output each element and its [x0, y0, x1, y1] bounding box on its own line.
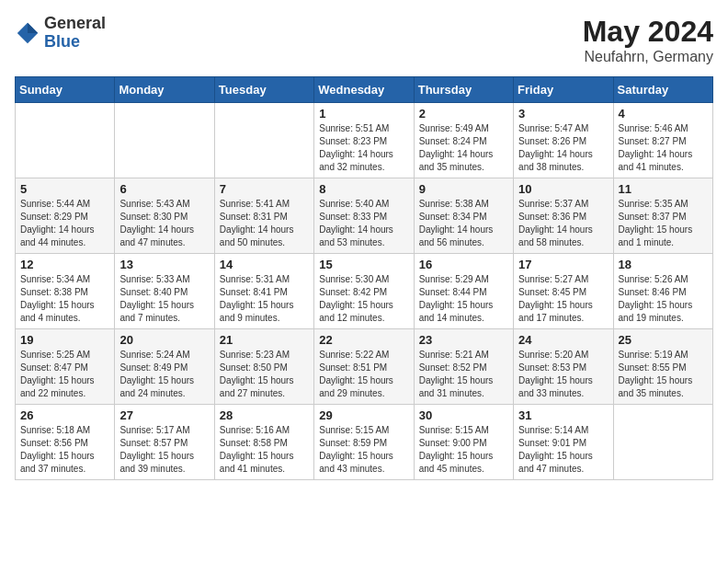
day-info: Sunrise: 5:51 AM Sunset: 8:23 PM Dayligh… — [319, 122, 408, 174]
day-info: Sunrise: 5:35 AM Sunset: 8:37 PM Dayligh… — [619, 198, 708, 249]
day-number: 14 — [220, 258, 309, 271]
day-number: 16 — [419, 258, 508, 271]
day-cell: 9Sunrise: 5:38 AM Sunset: 8:34 PM Daylig… — [414, 178, 513, 254]
weekday-header-friday: Friday — [514, 77, 613, 103]
day-number: 7 — [220, 182, 309, 196]
day-cell: 7Sunrise: 5:41 AM Sunset: 8:31 PM Daylig… — [214, 178, 313, 254]
day-info: Sunrise: 5:29 AM Sunset: 8:44 PM Dayligh… — [419, 273, 508, 325]
day-number: 17 — [518, 258, 608, 271]
weekday-header-row: SundayMondayTuesdayWednesdayThursdayFrid… — [16, 77, 713, 103]
day-info: Sunrise: 5:18 AM Sunset: 8:56 PM Dayligh… — [20, 424, 109, 476]
day-info: Sunrise: 5:14 AM Sunset: 9:01 PM Dayligh… — [518, 424, 608, 476]
weekday-header-sunday: Sunday — [16, 77, 115, 103]
day-number: 22 — [319, 333, 408, 347]
day-cell: 2Sunrise: 5:49 AM Sunset: 8:24 PM Daylig… — [414, 103, 513, 178]
week-row-2: 5Sunrise: 5:44 AM Sunset: 8:29 PM Daylig… — [16, 178, 713, 254]
day-number: 15 — [319, 258, 408, 271]
day-info: Sunrise: 5:19 AM Sunset: 8:55 PM Dayligh… — [619, 349, 708, 400]
day-cell: 23Sunrise: 5:21 AM Sunset: 8:52 PM Dayli… — [414, 329, 513, 405]
day-cell: 13Sunrise: 5:33 AM Sunset: 8:40 PM Dayli… — [115, 254, 214, 329]
day-cell: 21Sunrise: 5:23 AM Sunset: 8:50 PM Dayli… — [214, 329, 313, 405]
day-cell: 29Sunrise: 5:15 AM Sunset: 8:59 PM Dayli… — [314, 405, 414, 480]
weekday-header-saturday: Saturday — [613, 77, 712, 103]
day-info: Sunrise: 5:44 AM Sunset: 8:29 PM Dayligh… — [20, 198, 109, 249]
logo-icon — [15, 20, 40, 46]
day-cell: 18Sunrise: 5:26 AM Sunset: 8:46 PM Dayli… — [613, 254, 712, 329]
weekday-header-thursday: Thursday — [414, 77, 513, 103]
day-info: Sunrise: 5:17 AM Sunset: 8:57 PM Dayligh… — [119, 424, 209, 476]
title-location: Neufahrn, Germany — [583, 49, 713, 65]
day-number: 11 — [619, 182, 708, 196]
day-cell — [115, 103, 214, 178]
day-info: Sunrise: 5:46 AM Sunset: 8:27 PM Dayligh… — [619, 122, 708, 174]
logo-blue: Blue — [44, 33, 106, 52]
day-info: Sunrise: 5:20 AM Sunset: 8:53 PM Dayligh… — [518, 349, 608, 400]
day-number: 19 — [20, 333, 109, 347]
day-cell — [16, 103, 115, 178]
day-info: Sunrise: 5:47 AM Sunset: 8:26 PM Dayligh… — [518, 122, 608, 174]
day-info: Sunrise: 5:22 AM Sunset: 8:51 PM Dayligh… — [319, 349, 408, 400]
day-cell — [613, 405, 712, 480]
day-cell: 12Sunrise: 5:34 AM Sunset: 8:38 PM Dayli… — [16, 254, 115, 329]
day-cell: 31Sunrise: 5:14 AM Sunset: 9:01 PM Dayli… — [514, 405, 613, 480]
day-number: 6 — [119, 182, 209, 196]
day-info: Sunrise: 5:23 AM Sunset: 8:50 PM Dayligh… — [220, 349, 309, 400]
day-cell: 14Sunrise: 5:31 AM Sunset: 8:41 PM Dayli… — [214, 254, 313, 329]
weekday-header-tuesday: Tuesday — [214, 77, 313, 103]
logo: General Blue — [15, 15, 106, 52]
weekday-header-wednesday: Wednesday — [314, 77, 414, 103]
weekday-header-monday: Monday — [115, 77, 214, 103]
day-info: Sunrise: 5:33 AM Sunset: 8:40 PM Dayligh… — [119, 273, 209, 325]
week-row-4: 19Sunrise: 5:25 AM Sunset: 8:47 PM Dayli… — [16, 329, 713, 405]
day-cell: 22Sunrise: 5:22 AM Sunset: 8:51 PM Dayli… — [314, 329, 414, 405]
day-number: 25 — [619, 333, 708, 347]
week-row-1: 1Sunrise: 5:51 AM Sunset: 8:23 PM Daylig… — [16, 103, 713, 178]
title-month: May 2024 — [583, 15, 713, 49]
day-number: 24 — [518, 333, 608, 347]
day-info: Sunrise: 5:26 AM Sunset: 8:46 PM Dayligh… — [619, 273, 708, 325]
day-number: 27 — [119, 408, 209, 422]
day-number: 2 — [419, 107, 508, 121]
day-number: 13 — [119, 258, 209, 271]
day-number: 3 — [518, 107, 608, 121]
calendar-table: SundayMondayTuesdayWednesdayThursdayFrid… — [15, 76, 713, 480]
day-number: 10 — [518, 182, 608, 196]
day-info: Sunrise: 5:24 AM Sunset: 8:49 PM Dayligh… — [119, 349, 209, 400]
day-info: Sunrise: 5:16 AM Sunset: 8:58 PM Dayligh… — [220, 424, 309, 476]
day-number: 23 — [419, 333, 508, 347]
day-cell: 8Sunrise: 5:40 AM Sunset: 8:33 PM Daylig… — [314, 178, 414, 254]
day-number: 18 — [619, 258, 708, 271]
day-cell: 16Sunrise: 5:29 AM Sunset: 8:44 PM Dayli… — [414, 254, 513, 329]
day-number: 5 — [20, 182, 109, 196]
day-cell: 25Sunrise: 5:19 AM Sunset: 8:55 PM Dayli… — [613, 329, 712, 405]
logo-text: General Blue — [44, 15, 106, 52]
day-info: Sunrise: 5:15 AM Sunset: 8:59 PM Dayligh… — [319, 424, 408, 476]
svg-marker-1 — [28, 23, 38, 33]
day-cell: 4Sunrise: 5:46 AM Sunset: 8:27 PM Daylig… — [613, 103, 712, 178]
day-cell: 30Sunrise: 5:15 AM Sunset: 9:00 PM Dayli… — [414, 405, 513, 480]
day-info: Sunrise: 5:21 AM Sunset: 8:52 PM Dayligh… — [419, 349, 508, 400]
day-info: Sunrise: 5:41 AM Sunset: 8:31 PM Dayligh… — [220, 198, 309, 249]
day-cell: 6Sunrise: 5:43 AM Sunset: 8:30 PM Daylig… — [115, 178, 214, 254]
day-number: 1 — [319, 107, 408, 121]
day-info: Sunrise: 5:40 AM Sunset: 8:33 PM Dayligh… — [319, 198, 408, 249]
day-cell: 10Sunrise: 5:37 AM Sunset: 8:36 PM Dayli… — [514, 178, 613, 254]
day-cell: 1Sunrise: 5:51 AM Sunset: 8:23 PM Daylig… — [314, 103, 414, 178]
day-info: Sunrise: 5:43 AM Sunset: 8:30 PM Dayligh… — [119, 198, 209, 249]
day-number: 30 — [419, 408, 508, 422]
day-cell: 27Sunrise: 5:17 AM Sunset: 8:57 PM Dayli… — [115, 405, 214, 480]
day-info: Sunrise: 5:34 AM Sunset: 8:38 PM Dayligh… — [20, 273, 109, 325]
week-row-3: 12Sunrise: 5:34 AM Sunset: 8:38 PM Dayli… — [16, 254, 713, 329]
day-info: Sunrise: 5:38 AM Sunset: 8:34 PM Dayligh… — [419, 198, 508, 249]
day-cell: 3Sunrise: 5:47 AM Sunset: 8:26 PM Daylig… — [514, 103, 613, 178]
day-number: 20 — [119, 333, 209, 347]
day-info: Sunrise: 5:30 AM Sunset: 8:42 PM Dayligh… — [319, 273, 408, 325]
day-number: 28 — [220, 408, 309, 422]
page-header: General Blue May 2024 Neufahrn, Germany — [15, 15, 713, 65]
day-cell: 15Sunrise: 5:30 AM Sunset: 8:42 PM Dayli… — [314, 254, 414, 329]
day-number: 8 — [319, 182, 408, 196]
day-info: Sunrise: 5:25 AM Sunset: 8:47 PM Dayligh… — [20, 349, 109, 400]
day-number: 4 — [619, 107, 708, 121]
day-info: Sunrise: 5:31 AM Sunset: 8:41 PM Dayligh… — [220, 273, 309, 325]
day-info: Sunrise: 5:49 AM Sunset: 8:24 PM Dayligh… — [419, 122, 508, 174]
